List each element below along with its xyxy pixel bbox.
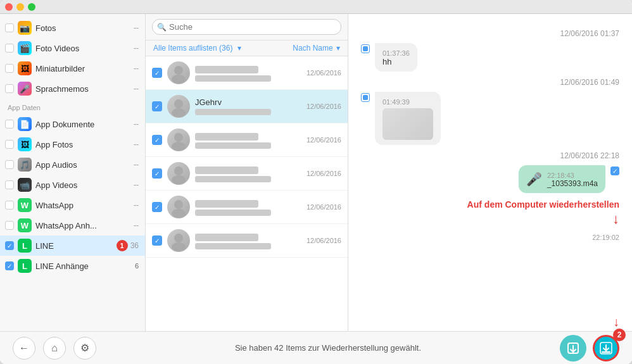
- item-checkbox[interactable]: ✓: [152, 202, 162, 212]
- msg-bubble-audio: 🎤 22:18:43 _1035393.m4a: [519, 165, 605, 193]
- sidebar: 📷 Fotos -- 🎬 Foto Videos -- 🖼: [0, 14, 146, 331]
- sidebar-item-lineanh[interactable]: ✓ L LINE Anhänge 6: [0, 256, 145, 276]
- msg-sent-check[interactable]: ✓: [610, 166, 619, 175]
- restore-badge: 2: [613, 329, 626, 341]
- list-item[interactable]: ✓ 12/06/2016: [146, 191, 348, 224]
- item-info: [195, 232, 307, 249]
- msg-bubble: 01:37:36 hh: [375, 43, 417, 72]
- item-checkbox[interactable]: ✓: [152, 135, 162, 145]
- item-checkbox[interactable]: ✓: [152, 68, 162, 78]
- sidebar-item-appvideo[interactable]: 📹 App Videos --: [0, 175, 145, 195]
- lineanh-checkbox[interactable]: ✓: [5, 261, 14, 270]
- fotos-checkbox[interactable]: [5, 23, 14, 32]
- appvideo-icon: 📹: [18, 178, 32, 192]
- whatsapp-label: WhatsApp: [35, 201, 131, 210]
- miniatur-icon: 🖼: [18, 61, 32, 75]
- blurred-sub: [195, 176, 271, 182]
- svg-point-10: [174, 234, 183, 242]
- msg-checkbox[interactable]: [361, 44, 370, 53]
- item-date: 12/06/2016: [307, 136, 341, 144]
- whatsappanh-checkbox[interactable]: [5, 221, 14, 230]
- avatar: [167, 196, 190, 218]
- fotovideo-checkbox[interactable]: [5, 44, 14, 53]
- restore-label[interactable]: Auf dem Computer wiederherstellen: [467, 199, 619, 210]
- list-item[interactable]: ✓ 12/06/2016: [146, 224, 348, 258]
- main-area: 📷 Fotos -- 🎬 Foto Videos -- 🖼: [0, 14, 632, 331]
- miniatur-checkbox[interactable]: [5, 64, 14, 73]
- next-time: 22:19:02: [592, 232, 619, 242]
- blurred-name: [195, 133, 258, 141]
- line-count: 36: [130, 241, 139, 250]
- svg-rect-14: [602, 351, 610, 353]
- list-item[interactable]: ✓ 12/06/2016: [146, 56, 348, 90]
- settings-button[interactable]: ⚙: [73, 337, 96, 360]
- item-checkbox[interactable]: ✓: [152, 168, 162, 179]
- item-checkbox[interactable]: ✓: [152, 235, 162, 246]
- avatar: [167, 129, 190, 151]
- export-button[interactable]: [560, 335, 586, 361]
- sidebar-item-line[interactable]: ✓ L LINE 1 36 ←: [0, 235, 145, 256]
- home-button[interactable]: ⌂: [43, 337, 66, 360]
- list-item[interactable]: ✓ 12/06/2016: [146, 123, 348, 157]
- appfoto-checkbox[interactable]: [5, 140, 14, 149]
- back-button[interactable]: ←: [13, 337, 35, 360]
- sidebar-item-sprach[interactable]: 🎤 Sprachmemos --: [0, 78, 145, 99]
- down-arrow-annotation: ↓: [613, 315, 619, 329]
- list-header-right: Nach Name ▾: [293, 44, 340, 53]
- restore-annotation-area: Auf dem Computer wiederherstellen ↓: [361, 199, 619, 227]
- search-input[interactable]: [152, 19, 341, 35]
- whatsappanh-icon: W: [18, 218, 32, 232]
- minimize-button[interactable]: [16, 3, 24, 11]
- center-panel: 🔍 Alle Items auflisten (36) ▾ Nach Name …: [146, 14, 348, 331]
- appaudio-checkbox[interactable]: [5, 160, 14, 169]
- search-bar: 🔍: [146, 14, 348, 41]
- line-label: LINE: [35, 241, 117, 251]
- sidebar-item-whatsappanh[interactable]: W WhatsApp Anh... --: [0, 215, 145, 235]
- line-badge: 1: [117, 240, 128, 251]
- appdok-icon: 📄: [18, 117, 32, 131]
- appaudio-label: App Audios: [35, 160, 131, 170]
- fotovideo-icon: 🎬: [18, 41, 32, 55]
- fotos-count: --: [134, 23, 139, 32]
- item-checkbox[interactable]: ✓: [152, 101, 162, 111]
- whatsapp-checkbox[interactable]: [5, 201, 14, 210]
- list-item[interactable]: ✓ 12/06/2016: [146, 157, 348, 191]
- lineanh-icon: L: [18, 259, 32, 273]
- sidebar-item-appaudio[interactable]: 🎵 App Audios --: [0, 154, 145, 175]
- blurred-sub: [195, 75, 271, 82]
- item-date: 12/06/2016: [307, 103, 341, 110]
- sidebar-item-miniatur[interactable]: 🖼 Miniaturbilder --: [0, 58, 145, 78]
- maximize-button[interactable]: [28, 3, 35, 11]
- sidebar-item-fotovideo[interactable]: 🎬 Foto Videos --: [0, 38, 145, 58]
- fotovideo-label: Foto Videos: [35, 44, 131, 53]
- date-label: 12/06/2016 01:49: [361, 78, 619, 87]
- sidebar-item-whatsapp[interactable]: W WhatsApp --: [0, 195, 145, 215]
- appdok-checkbox[interactable]: [5, 120, 14, 129]
- svg-point-1: [172, 75, 186, 84]
- app-window: 📷 Fotos -- 🎬 Foto Videos -- 🖼: [0, 0, 632, 364]
- msg-checkbox[interactable]: [361, 93, 370, 102]
- close-button[interactable]: [5, 3, 13, 11]
- sidebar-item-appdok[interactable]: 📄 App Dokumente --: [0, 114, 145, 134]
- svg-point-5: [172, 142, 186, 151]
- blurred-name: [195, 200, 258, 208]
- line-checkbox[interactable]: ✓: [5, 241, 14, 250]
- item-info: [195, 165, 307, 182]
- restore-arrow: ↓: [361, 211, 619, 227]
- sprach-checkbox[interactable]: [5, 84, 14, 93]
- item-date: 12/06/2016: [307, 69, 341, 77]
- list-item-jgehrv[interactable]: ✓ JGehrv 12/06/2016: [146, 90, 348, 123]
- appvideo-label: App Videos: [35, 180, 131, 190]
- msg-row-next: 22:19:02: [361, 232, 619, 242]
- sidebar-item-appfoto[interactable]: 🖼 App Fotos --: [0, 134, 145, 154]
- sidebar-item-fotos[interactable]: 📷 Fotos --: [0, 18, 145, 38]
- restore-button-wrapper: 2 ↓: [593, 335, 619, 361]
- svg-point-3: [172, 108, 186, 117]
- appvideo-checkbox[interactable]: [5, 180, 14, 189]
- search-icon: 🔍: [157, 23, 167, 32]
- item-date: 12/06/2016: [307, 203, 341, 211]
- date-label: 12/06/2016 01:37: [361, 29, 619, 38]
- msg-bubble-img: 01:49:39: [375, 92, 441, 145]
- line-icon: L: [18, 239, 32, 253]
- svg-point-2: [174, 99, 183, 108]
